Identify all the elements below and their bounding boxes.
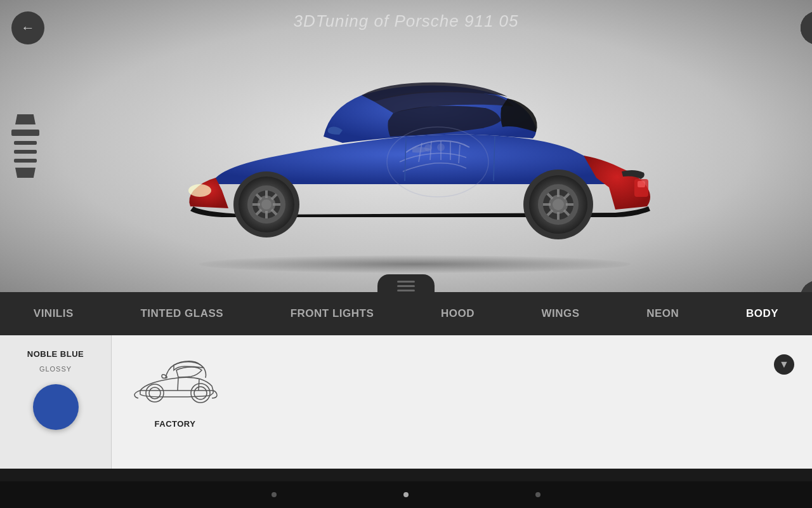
car-shadow [199, 255, 631, 273]
tab-bar: VINILIS TINTED GLASS FRONT LIGHTS HOOD W… [0, 292, 812, 335]
tab-front-lights[interactable]: FRONT LIGHTS [280, 301, 384, 326]
body-option-factory[interactable]: FACTORY [131, 348, 219, 429]
svg-point-4 [424, 144, 432, 152]
share-button[interactable]: ↗ [801, 11, 812, 44]
body-option-factory-label: FACTORY [155, 419, 196, 429]
tab-tinted-glass[interactable]: TINTED GLASS [130, 301, 233, 326]
svg-point-5 [437, 144, 445, 151]
color-panel: NOBLE BLUE GLOSSY [0, 335, 112, 469]
tab-body[interactable]: BODY [736, 301, 789, 326]
car-display [102, 38, 672, 254]
body-options-panel: FACTORY [112, 335, 812, 469]
svg-line-44 [199, 378, 199, 391]
grip-line-3 [397, 290, 415, 291]
color-type: GLOSSY [39, 365, 72, 373]
back-button[interactable] [11, 11, 44, 44]
tab-neon[interactable]: NEON [636, 301, 689, 326]
toolbar-pin-bottom-icon [15, 168, 36, 178]
grip-line-2 [397, 285, 415, 287]
left-toolbar [11, 114, 39, 178]
color-name: NOBLE BLUE [27, 349, 84, 359]
arrow-left-icon [21, 20, 35, 36]
toolbar-line-1 [11, 130, 39, 136]
svg-point-48 [194, 387, 207, 399]
page-title: 3DTuning of Porsche 911 05 [293, 11, 518, 31]
nav-dot-2[interactable] [403, 492, 409, 497]
color-swatch[interactable] [33, 384, 79, 430]
dots-navigation [0, 481, 812, 508]
toolbar-pin-top-icon [15, 114, 36, 124]
svg-point-36 [188, 184, 211, 197]
svg-line-43 [178, 378, 178, 391]
grip-line-1 [397, 281, 415, 283]
svg-point-45 [146, 384, 164, 402]
tab-handle[interactable] [377, 274, 435, 297]
toolbar-line-4 [14, 159, 37, 163]
toolbar-line-3 [14, 150, 37, 154]
nav-dot-3[interactable] [535, 492, 540, 497]
svg-point-35 [553, 199, 564, 210]
tab-handle-grip [397, 281, 415, 291]
download-button[interactable]: ⬇ [801, 281, 812, 292]
svg-rect-38 [638, 181, 645, 187]
svg-point-21 [261, 199, 272, 210]
toolbar-line-2 [14, 141, 37, 145]
scroll-down-indicator[interactable]: ▼ [774, 354, 794, 375]
tab-hood[interactable]: HOOD [431, 301, 485, 326]
tab-wings[interactable]: WINGS [532, 301, 590, 326]
tab-vinilis[interactable]: VINILIS [23, 301, 84, 326]
bottom-panel: NOBLE BLUE GLOSSY [0, 335, 812, 469]
chevron-down-icon: ▼ [779, 359, 789, 370]
viewer-area: 3DTuning of Porsche 911 05 ⛶ ↗ [0, 0, 812, 292]
body-option-factory-image [131, 348, 219, 411]
nav-dot-1[interactable] [272, 492, 277, 497]
